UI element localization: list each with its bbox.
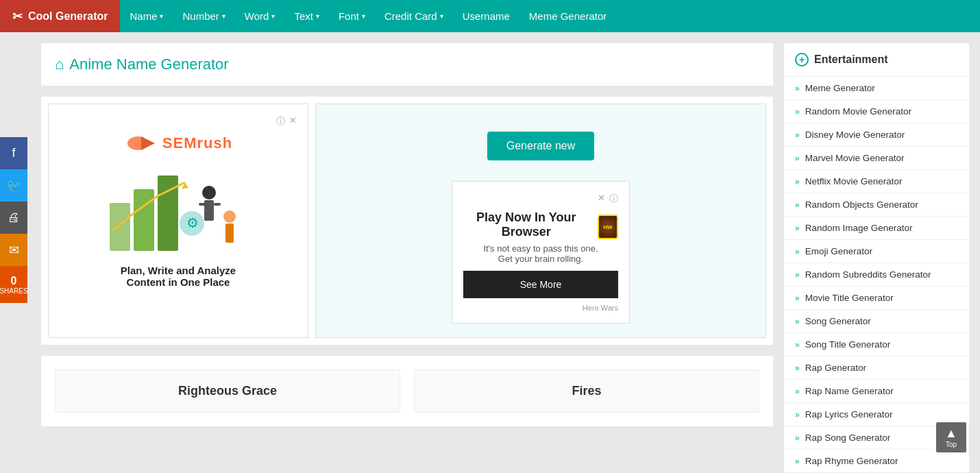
print-button[interactable]: 🖨 [0, 202, 27, 234]
svg-rect-8 [199, 203, 206, 206]
page-header: ⌂ Anime Name Generator [41, 43, 773, 86]
chevron-right-icon: » [795, 457, 800, 466]
content-box: ⓘ ✕ SEMrush [41, 97, 773, 345]
ad-left: ⓘ ✕ SEMrush [48, 104, 308, 338]
see-more-button[interactable]: See More [463, 271, 618, 298]
brand-name: Cool Generator [28, 10, 108, 23]
home-icon[interactable]: ⌂ [55, 56, 64, 73]
nav-item-font[interactable]: Font ▾ [329, 0, 375, 32]
dropdown-arrow-icon: ▾ [362, 12, 365, 20]
chevron-right-icon: » [795, 410, 800, 420]
sidebar-item-meme-generator[interactable]: » Meme Generator [784, 77, 969, 100]
chevron-right-icon: » [795, 433, 800, 443]
chevron-right-icon: » [795, 270, 800, 280]
social-sidebar: f 🐦 🖨 ✉ 0 SHARES [0, 137, 27, 303]
sidebar-item-random-objects-generator[interactable]: » Random Objects Generator [784, 193, 969, 217]
top-navigation: ✂ Cool Generator Name ▾ Number ▾ Word ▾ … [0, 0, 980, 32]
sidebar-item-song-title-generator[interactable]: » Song Title Generator [784, 333, 969, 356]
facebook-share-button[interactable]: f [0, 137, 27, 169]
inner-ad-footer: Hero Wars [463, 304, 618, 312]
chevron-right-icon: » [795, 247, 800, 256]
svg-rect-3 [134, 189, 154, 251]
chevron-right-icon: » [795, 293, 800, 303]
email-share-button[interactable]: ✉ [0, 234, 27, 266]
main-layout: ⌂ Anime Name Generator ⓘ ✕ [0, 32, 980, 473]
ad-caption: Plan, Write and AnalyzeContent in One Pl… [121, 265, 236, 288]
svg-rect-13 [225, 223, 234, 243]
dropdown-arrow-icon: ▾ [271, 12, 275, 20]
generate-area: Generate new ✕ ⓘ Play Now In Your Browse… [315, 104, 766, 338]
facebook-icon: f [12, 146, 15, 160]
sidebar-item-emoji-generator[interactable]: » Emoji Generator [784, 240, 969, 263]
shares-counter: 0 SHARES [0, 266, 27, 303]
dropdown-arrow-icon: ▾ [222, 12, 225, 20]
nav-items: Name ▾ Number ▾ Word ▾ Text ▾ Font ▾ Cre… [120, 0, 616, 32]
scroll-top-label: Top [946, 441, 957, 448]
email-icon: ✉ [9, 243, 19, 258]
svg-marker-1 [141, 136, 155, 150]
nav-item-username[interactable]: Username [453, 0, 519, 32]
sidebar-item-rap-generator[interactable]: » Rap Generator [784, 356, 969, 380]
semrush-logo: SEMrush [124, 133, 232, 154]
dropdown-arrow-icon: ▾ [440, 12, 443, 20]
results-box: Righteous Grace Fires [41, 356, 773, 426]
svg-point-6 [202, 186, 216, 199]
sidebar-header-label: Entertainment [814, 53, 888, 66]
chevron-right-icon: » [795, 200, 800, 210]
chevron-right-icon: » [795, 107, 800, 117]
sidebar-item-rap-rhyme-generator[interactable]: » Rap Rhyme Generator [784, 450, 969, 472]
inner-ad-close-icon[interactable]: ✕ [598, 193, 605, 205]
hero-wars-badge-icon: HW [598, 215, 618, 239]
nav-item-text[interactable]: Text ▾ [284, 0, 329, 32]
generate-button[interactable]: Generate new [487, 132, 595, 160]
chevron-right-icon: » [795, 317, 800, 326]
result-card-2: Fires [414, 369, 759, 413]
nav-item-credit-card[interactable]: Credit Card ▾ [375, 0, 453, 32]
chevron-right-icon: » [795, 177, 800, 186]
svg-rect-2 [110, 203, 130, 251]
chevron-right-icon: » [795, 154, 800, 163]
nav-item-word[interactable]: Word ▾ [235, 0, 285, 32]
ad-illustration: ⚙ [103, 162, 254, 258]
ad-area: ⓘ ✕ SEMrush [48, 104, 766, 338]
nav-item-number[interactable]: Number ▾ [173, 0, 234, 32]
shares-label: SHARES [0, 287, 28, 295]
nav-item-meme-generator[interactable]: Meme Generator [519, 0, 616, 32]
ad-info-icon[interactable]: ⓘ [276, 115, 285, 128]
chevron-right-icon: » [795, 223, 800, 233]
sidebar-item-movie-title-generator[interactable]: » Movie Title Generator [784, 287, 969, 310]
svg-rect-9 [214, 203, 221, 206]
print-icon: 🖨 [8, 210, 20, 225]
content-area: ⌂ Anime Name Generator ⓘ ✕ [41, 43, 773, 472]
sidebar-item-random-image-generator[interactable]: » Random Image Generator [784, 217, 969, 240]
chevron-right-icon: » [795, 130, 800, 140]
sidebar-item-marvel-movie-generator[interactable]: » Marvel Movie Generator [784, 147, 969, 170]
sidebar-item-song-generator[interactable]: » Song Generator [784, 310, 969, 333]
sidebar-item-disney-movie-generator[interactable]: » Disney Movie Generator [784, 123, 969, 147]
ad-close-icon[interactable]: ✕ [289, 115, 297, 128]
inner-ad-info-icon[interactable]: ⓘ [609, 193, 618, 205]
result-card-1: Righteous Grace [55, 369, 400, 413]
scroll-to-top-button[interactable]: ▲ Top [936, 422, 966, 452]
sidebar-item-netflix-movie-generator[interactable]: » Netflix Movie Generator [784, 170, 969, 193]
scroll-up-arrow-icon: ▲ [945, 426, 957, 441]
page-title: ⌂ Anime Name Generator [55, 56, 759, 73]
chevron-right-icon: » [795, 363, 800, 373]
sidebar-item-random-subreddits-generator[interactable]: » Random Subreddits Generator [784, 263, 969, 287]
nav-item-name[interactable]: Name ▾ [120, 0, 173, 32]
svg-point-12 [223, 210, 236, 223]
semrush-brand-text: SEMrush [162, 134, 232, 152]
sidebar-header: + Entertainment [784, 43, 969, 77]
sidebar: + Entertainment » Meme Generator » Rando… [784, 43, 969, 472]
svg-text:⚙: ⚙ [186, 215, 199, 230]
sidebar-section-entertainment: + Entertainment » Meme Generator » Rando… [784, 43, 969, 472]
brand-logo[interactable]: ✂ Cool Generator [0, 0, 120, 32]
twitter-share-button[interactable]: 🐦 [0, 169, 27, 202]
chevron-right-icon: » [795, 340, 800, 350]
chevron-right-icon: » [795, 387, 800, 396]
sidebar-item-random-movie-generator[interactable]: » Random Movie Generator [784, 100, 969, 123]
chevron-right-icon: » [795, 84, 800, 93]
sidebar-item-rap-name-generator[interactable]: » Rap Name Generator [784, 380, 969, 403]
svg-rect-7 [204, 200, 214, 221]
twitter-icon: 🐦 [6, 178, 21, 193]
